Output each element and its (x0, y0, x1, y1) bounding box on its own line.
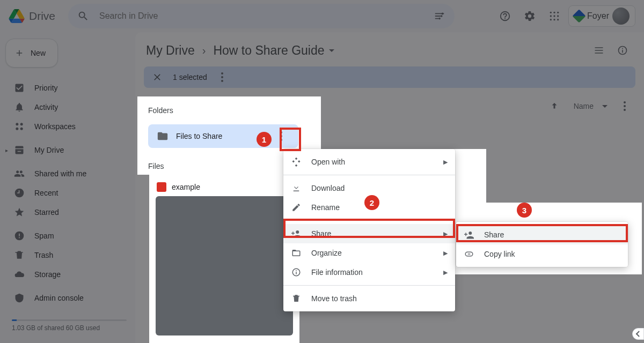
file-thumbnail (156, 196, 293, 335)
chevron-right-icon: ▶ (443, 159, 448, 166)
menu-label: Download (311, 184, 345, 192)
menu-move-to-trash[interactable]: Move to trash (283, 289, 455, 308)
menu-label: File information (311, 268, 363, 277)
image-file-icon (157, 182, 166, 192)
annotation-box-2 (283, 219, 455, 238)
link-icon (464, 249, 474, 259)
menu-label: Move to trash (311, 294, 357, 303)
open-with-icon (291, 157, 302, 167)
menu-open-with[interactable]: Open with ▶ (283, 152, 455, 172)
chevron-right-icon: ▶ (443, 250, 448, 257)
menu-organize[interactable]: Organize ▶ (283, 243, 455, 263)
trash-icon (291, 294, 302, 303)
menu-label: Rename (311, 203, 340, 212)
folder-icon (157, 130, 169, 142)
folder-label: Files to Share (176, 132, 222, 140)
submenu-label: Copy link (484, 250, 515, 258)
organize-icon (291, 248, 302, 258)
folder-chip[interactable]: Files to Share (148, 124, 298, 148)
file-label: example (172, 183, 200, 191)
annotation-badge-3: 3 (517, 203, 532, 218)
folders-heading: Folders (148, 104, 321, 117)
submenu-copy-link[interactable]: Copy link (456, 244, 628, 264)
rename-icon (291, 203, 302, 212)
annotation-box-1 (280, 128, 301, 151)
menu-label: Open with (311, 158, 345, 166)
download-icon (291, 183, 302, 193)
annotation-badge-1: 1 (257, 132, 272, 147)
annotation-box-3 (456, 224, 628, 242)
side-panel-toggle[interactable] (632, 328, 644, 340)
info-icon (291, 267, 302, 277)
chevron-right-icon: ▶ (443, 269, 448, 276)
menu-label: Organize (311, 249, 342, 257)
annotation-badge-2: 2 (364, 195, 379, 210)
spotlight-file-card[interactable]: example (149, 175, 299, 343)
menu-file-info[interactable]: File information ▶ (283, 263, 455, 282)
